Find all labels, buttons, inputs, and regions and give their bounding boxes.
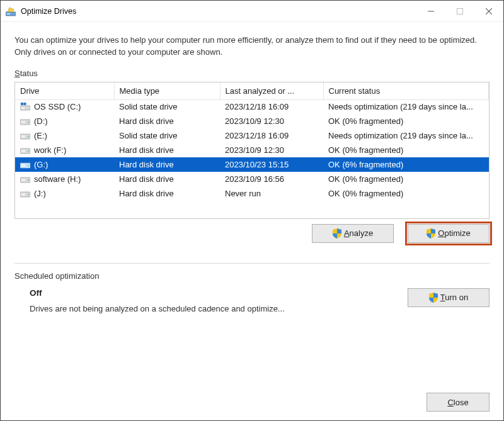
scheduled-state: Off (30, 288, 389, 298)
drive-last-analyzed: 2023/10/9 12:30 (220, 143, 323, 157)
drive-last-analyzed: 2023/10/9 12:30 (220, 114, 323, 128)
drive-media: Solid state drive (114, 128, 220, 143)
svg-rect-4 (457, 8, 463, 14)
drive-status: OK (0% fragmented) (323, 143, 489, 157)
drive-name: (D:) (34, 116, 48, 126)
drive-name: (G:) (34, 160, 48, 169)
status-label: Status (14, 69, 490, 78)
svg-rect-1 (7, 13, 10, 14)
drive-icon (20, 117, 30, 126)
analyze-button[interactable]: Analyze (312, 224, 394, 243)
maximize-button[interactable] (445, 1, 474, 21)
drive-media: Hard disk drive (114, 157, 220, 172)
drive-row[interactable]: work (F:)Hard disk drive2023/10/9 12:30O… (15, 143, 489, 157)
drive-name: (E:) (34, 131, 47, 140)
column-header-media[interactable]: Media type (114, 82, 220, 100)
drive-icon (20, 160, 30, 169)
close-window-button[interactable] (474, 1, 503, 21)
close-button[interactable]: Close (427, 393, 490, 412)
drive-row[interactable]: (J:)Hard disk driveNever runOK (0% fragm… (15, 186, 489, 201)
drive-icon (20, 175, 30, 184)
intro-text: You can optimize your drives to help you… (14, 35, 490, 59)
drive-row[interactable]: (G:)Hard disk drive2023/10/23 15:15OK (6… (15, 157, 489, 172)
drive-row[interactable]: software (H:)Hard disk drive2023/10/9 16… (15, 172, 489, 186)
drive-list[interactable]: Drive Media type Last analyzed or ... Cu… (14, 82, 490, 219)
svg-point-21 (28, 165, 29, 166)
svg-rect-23 (21, 179, 25, 181)
drive-media: Hard disk drive (114, 172, 220, 186)
window-title: Optimize Drives (21, 7, 76, 16)
drive-icon (20, 132, 30, 140)
scheduled-description: Drives are not being analyzed on a sched… (30, 304, 389, 313)
drive-status: OK (0% fragmented) (323, 114, 489, 128)
drive-last-analyzed: 2023/12/18 16:09 (220, 99, 323, 114)
svg-point-2 (13, 13, 14, 14)
drive-row[interactable]: (E:)Solid state drive2023/12/18 16:09Nee… (15, 128, 489, 143)
column-header-last[interactable]: Last analyzed or ... (220, 82, 323, 100)
drive-actions: Analyze Optimize (14, 224, 490, 243)
drive-status: Needs optimization (219 days since la... (323, 128, 489, 143)
svg-point-12 (28, 121, 29, 123)
drive-status: OK (6% fragmented) (323, 157, 489, 172)
content-area: You can optimize your drives to help you… (1, 22, 503, 388)
turn-on-button[interactable]: Turn on (408, 288, 490, 307)
svg-rect-17 (21, 150, 25, 152)
drive-last-analyzed: 2023/10/23 15:15 (220, 157, 323, 172)
titlebar: Optimize Drives (1, 1, 503, 22)
footer: Close (1, 388, 503, 420)
drive-row[interactable]: (D:)Hard disk drive2023/10/9 12:30OK (0%… (15, 114, 489, 128)
svg-rect-7 (21, 103, 23, 105)
column-header-row[interactable]: Drive Media type Last analyzed or ... Cu… (15, 82, 489, 100)
drive-media: Hard disk drive (114, 114, 220, 128)
drive-media: Solid state drive (114, 99, 220, 114)
optimize-button[interactable]: Optimize (408, 224, 490, 243)
drive-last-analyzed: 2023/12/18 16:09 (220, 128, 323, 143)
shield-icon (429, 293, 438, 303)
svg-rect-26 (21, 193, 25, 196)
svg-rect-20 (21, 164, 25, 167)
svg-rect-6 (21, 107, 25, 109)
shield-icon (333, 228, 341, 239)
drive-status: Needs optimization (219 days since la... (323, 99, 489, 114)
drive-last-analyzed: Never run (220, 186, 323, 201)
column-header-drive[interactable]: Drive (15, 82, 114, 100)
app-icon (6, 6, 16, 16)
scheduled-header: Scheduled optimization (14, 271, 490, 281)
drive-status: OK (0% fragmented) (323, 172, 489, 186)
svg-point-18 (28, 150, 29, 152)
svg-point-27 (28, 194, 29, 195)
svg-rect-11 (21, 121, 25, 123)
drive-last-analyzed: 2023/10/9 16:56 (220, 172, 323, 186)
drive-name: OS SSD (C:) (34, 102, 81, 111)
drive-icon (20, 189, 30, 198)
shield-icon (427, 228, 435, 239)
svg-point-15 (28, 136, 29, 137)
svg-point-24 (28, 179, 29, 181)
svg-rect-8 (24, 103, 26, 105)
drive-media: Hard disk drive (114, 186, 220, 201)
drive-icon (20, 103, 30, 111)
drive-status: OK (0% fragmented) (323, 186, 489, 201)
column-header-status[interactable]: Current status (323, 82, 489, 100)
section-divider (14, 263, 490, 264)
drive-name: work (F:) (34, 145, 66, 155)
drive-name: software (H:) (34, 174, 81, 184)
svg-rect-14 (21, 135, 25, 138)
drive-icon (20, 146, 30, 155)
minimize-button[interactable] (416, 1, 445, 21)
drive-row[interactable]: OS SSD (C:)Solid state drive2023/12/18 1… (15, 99, 489, 114)
drive-name: (J:) (34, 189, 46, 198)
drive-media: Hard disk drive (114, 143, 220, 157)
